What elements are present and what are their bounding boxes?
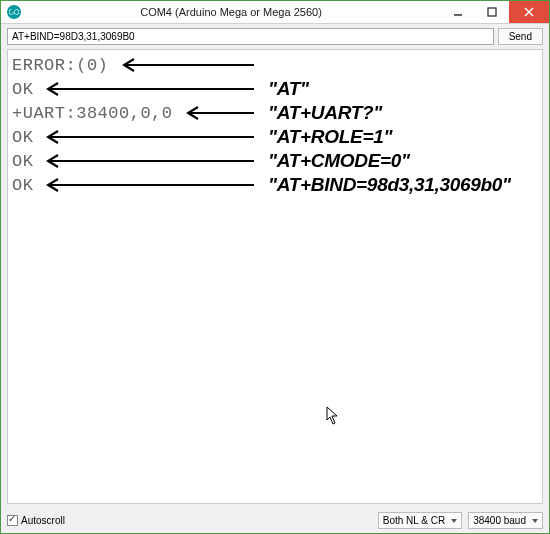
arduino-icon	[7, 5, 21, 19]
annotation-text: "AT"	[268, 78, 309, 100]
annotation-text: "AT+CMODE=0"	[268, 150, 410, 172]
chevron-down-icon	[532, 519, 538, 523]
maximize-button[interactable]	[475, 1, 509, 23]
svg-rect-1	[488, 8, 496, 16]
terminal-line: OK"AT"	[12, 78, 309, 100]
baud-value: 38400 baud	[473, 515, 526, 526]
chevron-down-icon	[451, 519, 457, 523]
minimize-button[interactable]	[441, 1, 475, 23]
baud-dropdown[interactable]: 38400 baud	[468, 512, 543, 529]
footer-bar: Autoscroll Both NL & CR 38400 baud	[1, 508, 549, 533]
arrow-left-icon	[122, 58, 256, 72]
terminal-line: OK"AT+BIND=98d3,31,3069b0"	[12, 174, 511, 196]
terminal-line: ERROR:(0)	[12, 54, 256, 76]
arrow-left-icon	[46, 178, 256, 192]
input-row: Send	[1, 24, 549, 49]
terminal-line: OK"AT+CMODE=0"	[12, 150, 410, 172]
command-input[interactable]	[7, 28, 494, 45]
terminal-line: OK"AT+ROLE=1"	[12, 126, 392, 148]
terminal-output[interactable]: ERROR:(0)OK"AT"+UART:38400,0,0"AT+UART?"…	[7, 49, 543, 504]
response-text: OK	[12, 152, 36, 171]
arrow-left-icon	[46, 130, 256, 144]
line-ending-value: Both NL & CR	[383, 515, 445, 526]
response-text: OK	[12, 128, 36, 147]
arrow-left-icon	[46, 82, 256, 96]
arrow-left-icon	[186, 106, 256, 120]
arrow-left-icon	[46, 154, 256, 168]
annotation-text: "AT+ROLE=1"	[268, 126, 392, 148]
response-text: OK	[12, 176, 36, 195]
send-button[interactable]: Send	[498, 28, 543, 45]
annotation-text: "AT+BIND=98d3,31,3069b0"	[268, 174, 511, 196]
mouse-cursor-icon	[326, 406, 340, 426]
window-title: COM4 (Arduino Mega or Mega 2560)	[21, 6, 441, 18]
serial-monitor-window: COM4 (Arduino Mega or Mega 2560) Send ER…	[0, 0, 550, 534]
checkbox-icon	[7, 515, 18, 526]
response-text: +UART:38400,0,0	[12, 104, 176, 123]
close-button[interactable]	[509, 1, 549, 23]
terminal-line: +UART:38400,0,0"AT+UART?"	[12, 102, 382, 124]
autoscroll-label: Autoscroll	[21, 515, 65, 526]
response-text: ERROR:(0)	[12, 56, 112, 75]
window-controls	[441, 1, 549, 23]
line-ending-dropdown[interactable]: Both NL & CR	[378, 512, 462, 529]
response-text: OK	[12, 80, 36, 99]
annotation-text: "AT+UART?"	[268, 102, 382, 124]
autoscroll-checkbox[interactable]: Autoscroll	[7, 515, 65, 526]
titlebar[interactable]: COM4 (Arduino Mega or Mega 2560)	[1, 1, 549, 24]
